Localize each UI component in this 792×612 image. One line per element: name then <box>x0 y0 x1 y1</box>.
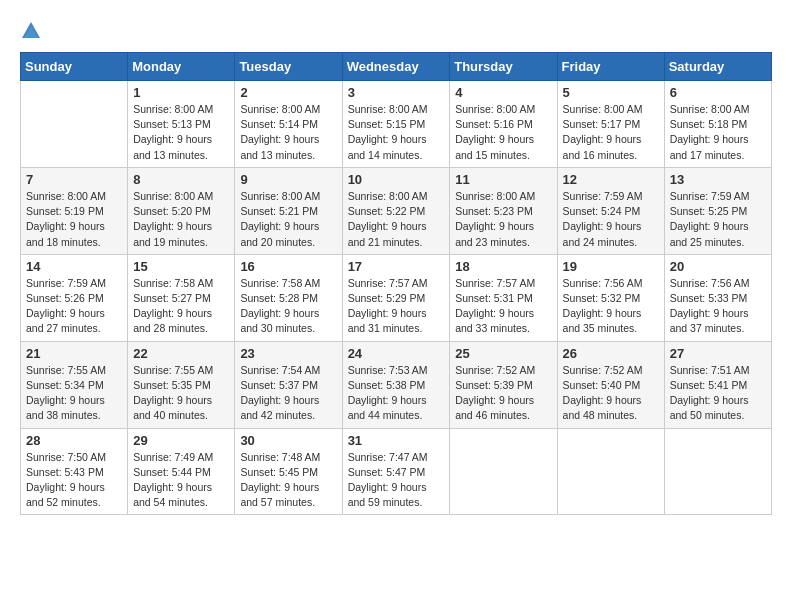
day-header-tuesday: Tuesday <box>235 53 342 81</box>
day-cell: 11Sunrise: 8:00 AMSunset: 5:23 PMDayligh… <box>450 167 557 254</box>
day-info: Sunrise: 7:52 AMSunset: 5:39 PMDaylight:… <box>455 363 551 424</box>
day-info: Sunrise: 7:47 AMSunset: 5:47 PMDaylight:… <box>348 450 445 511</box>
day-info: Sunrise: 7:59 AMSunset: 5:25 PMDaylight:… <box>670 189 766 250</box>
day-cell: 22Sunrise: 7:55 AMSunset: 5:35 PMDayligh… <box>128 341 235 428</box>
day-number: 29 <box>133 433 229 448</box>
header-row: SundayMondayTuesdayWednesdayThursdayFrid… <box>21 53 772 81</box>
day-number: 4 <box>455 85 551 100</box>
calendar-table: SundayMondayTuesdayWednesdayThursdayFrid… <box>20 52 772 515</box>
day-header-sunday: Sunday <box>21 53 128 81</box>
day-info: Sunrise: 7:51 AMSunset: 5:41 PMDaylight:… <box>670 363 766 424</box>
day-info: Sunrise: 7:54 AMSunset: 5:37 PMDaylight:… <box>240 363 336 424</box>
day-cell: 21Sunrise: 7:55 AMSunset: 5:34 PMDayligh… <box>21 341 128 428</box>
day-cell: 29Sunrise: 7:49 AMSunset: 5:44 PMDayligh… <box>128 428 235 515</box>
day-number: 8 <box>133 172 229 187</box>
day-cell: 3Sunrise: 8:00 AMSunset: 5:15 PMDaylight… <box>342 81 450 168</box>
day-number: 17 <box>348 259 445 274</box>
day-info: Sunrise: 7:55 AMSunset: 5:35 PMDaylight:… <box>133 363 229 424</box>
day-number: 2 <box>240 85 336 100</box>
day-info: Sunrise: 7:56 AMSunset: 5:33 PMDaylight:… <box>670 276 766 337</box>
day-info: Sunrise: 7:55 AMSunset: 5:34 PMDaylight:… <box>26 363 122 424</box>
day-number: 30 <box>240 433 336 448</box>
day-info: Sunrise: 8:00 AMSunset: 5:14 PMDaylight:… <box>240 102 336 163</box>
day-cell: 15Sunrise: 7:58 AMSunset: 5:27 PMDayligh… <box>128 254 235 341</box>
day-cell: 1Sunrise: 8:00 AMSunset: 5:13 PMDaylight… <box>128 81 235 168</box>
day-info: Sunrise: 8:00 AMSunset: 5:22 PMDaylight:… <box>348 189 445 250</box>
day-number: 14 <box>26 259 122 274</box>
day-cell: 8Sunrise: 8:00 AMSunset: 5:20 PMDaylight… <box>128 167 235 254</box>
day-number: 9 <box>240 172 336 187</box>
day-info: Sunrise: 7:50 AMSunset: 5:43 PMDaylight:… <box>26 450 122 511</box>
day-info: Sunrise: 7:57 AMSunset: 5:29 PMDaylight:… <box>348 276 445 337</box>
day-cell: 4Sunrise: 8:00 AMSunset: 5:16 PMDaylight… <box>450 81 557 168</box>
week-row-2: 7Sunrise: 8:00 AMSunset: 5:19 PMDaylight… <box>21 167 772 254</box>
day-number: 12 <box>563 172 659 187</box>
day-cell: 28Sunrise: 7:50 AMSunset: 5:43 PMDayligh… <box>21 428 128 515</box>
day-cell: 19Sunrise: 7:56 AMSunset: 5:32 PMDayligh… <box>557 254 664 341</box>
day-info: Sunrise: 8:00 AMSunset: 5:19 PMDaylight:… <box>26 189 122 250</box>
day-info: Sunrise: 7:53 AMSunset: 5:38 PMDaylight:… <box>348 363 445 424</box>
logo <box>20 20 46 42</box>
day-info: Sunrise: 7:49 AMSunset: 5:44 PMDaylight:… <box>133 450 229 511</box>
day-number: 20 <box>670 259 766 274</box>
day-number: 24 <box>348 346 445 361</box>
day-info: Sunrise: 7:58 AMSunset: 5:27 PMDaylight:… <box>133 276 229 337</box>
day-info: Sunrise: 8:00 AMSunset: 5:21 PMDaylight:… <box>240 189 336 250</box>
day-info: Sunrise: 8:00 AMSunset: 5:15 PMDaylight:… <box>348 102 445 163</box>
day-number: 13 <box>670 172 766 187</box>
day-info: Sunrise: 7:57 AMSunset: 5:31 PMDaylight:… <box>455 276 551 337</box>
day-number: 25 <box>455 346 551 361</box>
day-number: 27 <box>670 346 766 361</box>
day-cell: 23Sunrise: 7:54 AMSunset: 5:37 PMDayligh… <box>235 341 342 428</box>
day-cell: 6Sunrise: 8:00 AMSunset: 5:18 PMDaylight… <box>664 81 771 168</box>
day-number: 15 <box>133 259 229 274</box>
header <box>20 20 772 42</box>
week-row-5: 28Sunrise: 7:50 AMSunset: 5:43 PMDayligh… <box>21 428 772 515</box>
day-cell: 25Sunrise: 7:52 AMSunset: 5:39 PMDayligh… <box>450 341 557 428</box>
day-cell: 20Sunrise: 7:56 AMSunset: 5:33 PMDayligh… <box>664 254 771 341</box>
day-cell: 26Sunrise: 7:52 AMSunset: 5:40 PMDayligh… <box>557 341 664 428</box>
day-info: Sunrise: 7:52 AMSunset: 5:40 PMDaylight:… <box>563 363 659 424</box>
week-row-3: 14Sunrise: 7:59 AMSunset: 5:26 PMDayligh… <box>21 254 772 341</box>
day-number: 28 <box>26 433 122 448</box>
day-cell: 16Sunrise: 7:58 AMSunset: 5:28 PMDayligh… <box>235 254 342 341</box>
day-number: 16 <box>240 259 336 274</box>
day-number: 3 <box>348 85 445 100</box>
day-number: 7 <box>26 172 122 187</box>
day-number: 26 <box>563 346 659 361</box>
day-cell: 31Sunrise: 7:47 AMSunset: 5:47 PMDayligh… <box>342 428 450 515</box>
day-number: 18 <box>455 259 551 274</box>
day-info: Sunrise: 7:56 AMSunset: 5:32 PMDaylight:… <box>563 276 659 337</box>
day-number: 6 <box>670 85 766 100</box>
day-info: Sunrise: 7:59 AMSunset: 5:26 PMDaylight:… <box>26 276 122 337</box>
day-info: Sunrise: 8:00 AMSunset: 5:23 PMDaylight:… <box>455 189 551 250</box>
day-cell: 12Sunrise: 7:59 AMSunset: 5:24 PMDayligh… <box>557 167 664 254</box>
day-cell: 2Sunrise: 8:00 AMSunset: 5:14 PMDaylight… <box>235 81 342 168</box>
day-header-monday: Monday <box>128 53 235 81</box>
day-number: 10 <box>348 172 445 187</box>
day-cell: 24Sunrise: 7:53 AMSunset: 5:38 PMDayligh… <box>342 341 450 428</box>
day-number: 19 <box>563 259 659 274</box>
day-header-saturday: Saturday <box>664 53 771 81</box>
day-info: Sunrise: 8:00 AMSunset: 5:13 PMDaylight:… <box>133 102 229 163</box>
day-info: Sunrise: 8:00 AMSunset: 5:18 PMDaylight:… <box>670 102 766 163</box>
day-cell <box>557 428 664 515</box>
day-cell: 30Sunrise: 7:48 AMSunset: 5:45 PMDayligh… <box>235 428 342 515</box>
day-info: Sunrise: 7:48 AMSunset: 5:45 PMDaylight:… <box>240 450 336 511</box>
day-header-wednesday: Wednesday <box>342 53 450 81</box>
week-row-4: 21Sunrise: 7:55 AMSunset: 5:34 PMDayligh… <box>21 341 772 428</box>
day-cell: 13Sunrise: 7:59 AMSunset: 5:25 PMDayligh… <box>664 167 771 254</box>
day-header-thursday: Thursday <box>450 53 557 81</box>
day-cell: 18Sunrise: 7:57 AMSunset: 5:31 PMDayligh… <box>450 254 557 341</box>
day-cell: 10Sunrise: 8:00 AMSunset: 5:22 PMDayligh… <box>342 167 450 254</box>
day-info: Sunrise: 8:00 AMSunset: 5:17 PMDaylight:… <box>563 102 659 163</box>
day-info: Sunrise: 7:58 AMSunset: 5:28 PMDaylight:… <box>240 276 336 337</box>
day-cell <box>450 428 557 515</box>
day-number: 22 <box>133 346 229 361</box>
day-number: 31 <box>348 433 445 448</box>
day-number: 1 <box>133 85 229 100</box>
day-info: Sunrise: 8:00 AMSunset: 5:20 PMDaylight:… <box>133 189 229 250</box>
logo-icon <box>20 20 42 42</box>
day-number: 5 <box>563 85 659 100</box>
day-info: Sunrise: 8:00 AMSunset: 5:16 PMDaylight:… <box>455 102 551 163</box>
